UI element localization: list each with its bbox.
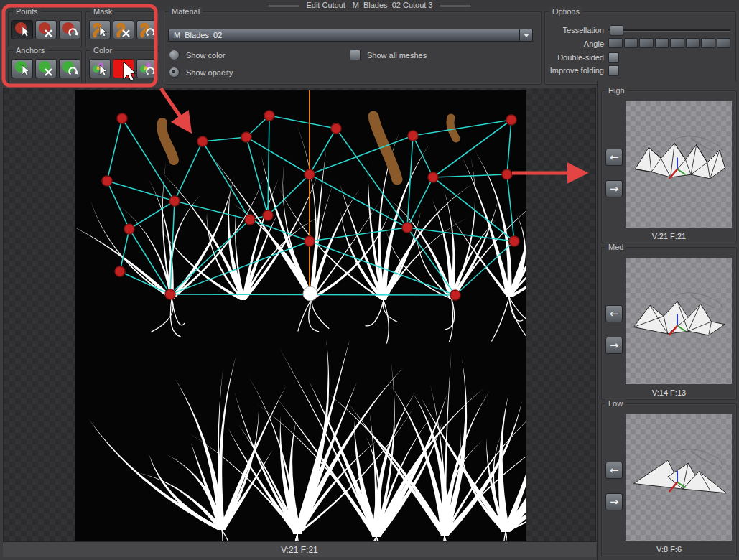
lod-panel: High ← → <box>597 81 739 560</box>
double-sided-label: Double-sided <box>545 53 604 62</box>
angle-meter-segment[interactable] <box>701 38 715 48</box>
material-group: Material M_Blades_02 Show color Show opa… <box>164 11 542 85</box>
lod-med-preview <box>626 258 732 384</box>
lod-med-label: Med <box>605 243 626 251</box>
angle-meter-segment[interactable] <box>686 38 700 48</box>
canvas-vertex-face-count: V:21 F:21 <box>281 545 318 555</box>
mask-paint-button[interactable] <box>89 20 111 39</box>
left-arrow-icon: ← <box>610 151 619 164</box>
page-title: Edit Cutout - M_Blades_02 Cutout 3 <box>306 1 432 9</box>
lod-high-prev-button[interactable]: ← <box>605 149 623 166</box>
lod-low-stats: V:8 F:6 <box>602 545 736 554</box>
anchors-add-button[interactable] <box>11 59 33 78</box>
angle-label: Angle <box>545 39 604 48</box>
mask-paint-icon <box>90 21 111 40</box>
improve-folding-checkbox[interactable] <box>608 65 619 76</box>
angle-meter-segment[interactable] <box>670 38 684 48</box>
show-all-meshes-checkbox[interactable] <box>350 50 361 60</box>
lod-low-group: Low ← → V:8 F:6 <box>601 403 737 556</box>
material-dropdown[interactable]: M_Blades_02 <box>168 29 533 42</box>
lod-high-label: High <box>605 86 628 95</box>
angle-meter-segment[interactable] <box>624 38 638 48</box>
lod-med-prev-button[interactable]: ← <box>605 305 623 322</box>
material-group-label: Material <box>169 7 203 16</box>
color-pick-button[interactable] <box>89 59 111 78</box>
edit-cutout-window: Edit Cutout - M_Blades_02 Cutout 3 Point… <box>0 0 739 560</box>
mask-group: Mask <box>85 11 159 47</box>
lod-med-mesh <box>626 258 732 384</box>
title-divider-left <box>269 4 299 7</box>
lod-low-preview <box>626 414 732 541</box>
point-delete-icon <box>36 21 57 40</box>
lod-med-next-button[interactable]: → <box>605 337 623 354</box>
show-opacity-label: Show opacity <box>186 68 233 77</box>
left-arrow-icon: ← <box>610 307 619 320</box>
lod-high-mesh <box>626 101 732 228</box>
show-opacity-radio[interactable] <box>169 67 180 78</box>
anchors-delete-button[interactable] <box>35 59 57 78</box>
points-group-label: Points <box>13 7 41 16</box>
lod-med-group: Med ← → V:14 F:13 <box>601 247 737 400</box>
show-all-meshes-label: Show all meshes <box>367 51 427 60</box>
right-arrow-icon: → <box>610 339 619 352</box>
mask-erase-button[interactable] <box>113 20 134 39</box>
color-reset-icon <box>137 60 159 79</box>
right-arrow-icon: → <box>610 182 619 195</box>
points-reset-button[interactable] <box>59 20 80 39</box>
lod-high-next-button[interactable]: → <box>605 180 623 197</box>
mask-erase-icon <box>113 21 135 40</box>
mask-group-label: Mask <box>90 7 115 16</box>
canvas-background <box>3 88 596 542</box>
points-delete-button[interactable] <box>35 20 57 39</box>
angle-meter[interactable] <box>608 38 730 48</box>
lod-low-label: Low <box>605 399 626 408</box>
color-pick-icon <box>90 60 111 79</box>
material-dropdown-arrow-icon[interactable] <box>519 29 532 41</box>
lod-low-next-button[interactable]: → <box>605 493 623 510</box>
lod-low-mesh <box>626 414 732 541</box>
color-group: Color <box>85 50 159 85</box>
tessellation-slider[interactable] <box>608 25 730 34</box>
tessellation-slider-track[interactable] <box>608 29 730 31</box>
anchors-reset-button[interactable] <box>59 59 80 78</box>
options-group: Options Tessellation Angle Double-sided … <box>544 11 736 85</box>
mask-reset-button[interactable] <box>136 20 158 39</box>
anchors-group-label: Anchors <box>13 46 47 55</box>
angle-meter-segment[interactable] <box>717 38 731 48</box>
tessellation-label: Tessellation <box>545 26 604 34</box>
lod-low-prev-button[interactable]: ← <box>605 462 623 479</box>
anchor-reset-icon <box>60 60 81 79</box>
lod-high-stats: V:21 F:21 <box>602 232 736 241</box>
cutout-canvas-art <box>75 90 526 541</box>
color-group-label: Color <box>90 46 115 55</box>
lod-med-stats: V:14 F:13 <box>602 388 736 397</box>
lod-high-preview <box>626 101 732 228</box>
options-group-label: Options <box>549 7 582 16</box>
mask-reset-icon <box>137 21 159 40</box>
improve-folding-label: Improve folding <box>545 66 604 75</box>
angle-meter-segment[interactable] <box>655 38 669 48</box>
points-group: Points <box>8 11 82 47</box>
anchor-delete-icon <box>36 60 57 79</box>
material-dropdown-value: M_Blades_02 <box>174 31 222 39</box>
canvas-status-bar: V:21 F:21 <box>3 542 596 557</box>
point-reset-icon <box>60 21 81 40</box>
angle-meter-segment[interactable] <box>639 38 654 48</box>
points-add-button[interactable] <box>11 20 33 39</box>
anchors-group: Anchors <box>8 50 82 85</box>
show-color-label: Show color <box>186 51 225 60</box>
double-sided-checkbox[interactable] <box>608 52 619 63</box>
tessellation-slider-handle[interactable] <box>610 25 623 36</box>
color-reset-button[interactable] <box>136 59 158 78</box>
point-add-icon <box>12 21 34 40</box>
title-divider-right <box>440 4 470 7</box>
cutout-edit-canvas[interactable] <box>75 90 526 541</box>
anchor-add-icon <box>12 60 34 79</box>
left-arrow-icon: ← <box>610 464 619 477</box>
right-arrow-icon: → <box>610 495 619 508</box>
color-swatch-button[interactable] <box>113 59 134 78</box>
angle-meter-segment[interactable] <box>608 38 623 48</box>
show-color-radio[interactable] <box>169 50 180 60</box>
lod-high-group: High ← → <box>601 90 737 243</box>
